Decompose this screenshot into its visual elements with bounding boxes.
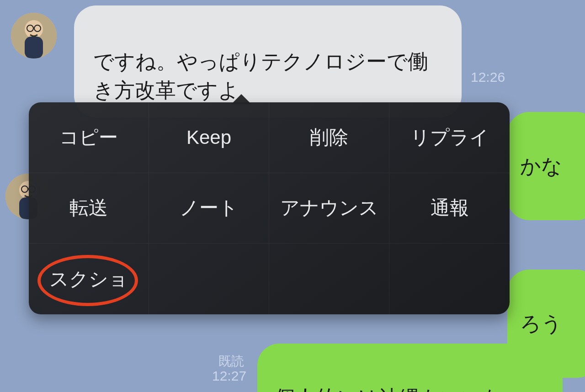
incoming-message-text: ですね。やっぱりテクノロジーで働き方改革ですよ bbox=[93, 50, 428, 102]
outgoing-message-text-fragment: かな bbox=[520, 154, 562, 178]
outgoing-message-text: 個人的には沖縄もいいなー bbox=[275, 386, 524, 392]
context-menu-item-label: スクショ bbox=[49, 266, 128, 292]
incoming-message-time: 12:26 bbox=[471, 69, 505, 85]
context-menu-item-empty bbox=[269, 244, 389, 314]
avatar-image bbox=[11, 13, 57, 58]
svg-rect-2 bbox=[25, 37, 43, 58]
context-menu-item-forward[interactable]: 転送 bbox=[29, 173, 149, 244]
outgoing-message-text-fragment: ろう bbox=[520, 312, 562, 335]
context-menu-item-screenshot[interactable]: スクショ bbox=[29, 244, 149, 314]
context-menu-item-delete[interactable]: 削除 bbox=[269, 102, 389, 173]
outgoing-message-time: 12:27 bbox=[212, 368, 246, 384]
incoming-message-bubble[interactable]: ですね。やっぱりテクノロジーで働き方改革ですよ bbox=[74, 5, 462, 117]
context-menu-item-report[interactable]: 通報 bbox=[389, 173, 510, 244]
context-menu-item-label: 通報 bbox=[431, 195, 469, 221]
context-menu-item-label: リプライ bbox=[410, 125, 489, 150]
context-menu-item-label: 削除 bbox=[310, 125, 348, 150]
outgoing-message-bubble[interactable]: 個人的には沖縄もいいなー bbox=[257, 344, 563, 392]
context-menu-item-note[interactable]: ノート bbox=[149, 173, 269, 244]
context-menu-item-empty bbox=[149, 244, 269, 314]
context-menu-item-label: コピー bbox=[59, 125, 118, 150]
context-menu: コピー Keep 削除 リプライ 転送 ノート アナウンス 通報 スクショ bbox=[29, 102, 510, 314]
outgoing-message-bubble[interactable]: かな bbox=[507, 112, 585, 220]
context-menu-item-label: Keep bbox=[186, 127, 231, 148]
context-menu-item-label: アナウンス bbox=[280, 195, 378, 221]
context-menu-item-empty bbox=[389, 244, 510, 314]
context-menu-item-keep[interactable]: Keep bbox=[149, 102, 269, 173]
context-menu-item-label: 転送 bbox=[69, 195, 108, 221]
context-menu-item-reply[interactable]: リプライ bbox=[389, 102, 510, 173]
read-indicator: 既読 bbox=[218, 353, 244, 370]
context-menu-item-copy[interactable]: コピー bbox=[29, 102, 149, 173]
avatar[interactable] bbox=[11, 13, 57, 58]
context-menu-item-announce[interactable]: アナウンス bbox=[269, 173, 389, 244]
context-menu-item-label: ノート bbox=[180, 195, 238, 221]
